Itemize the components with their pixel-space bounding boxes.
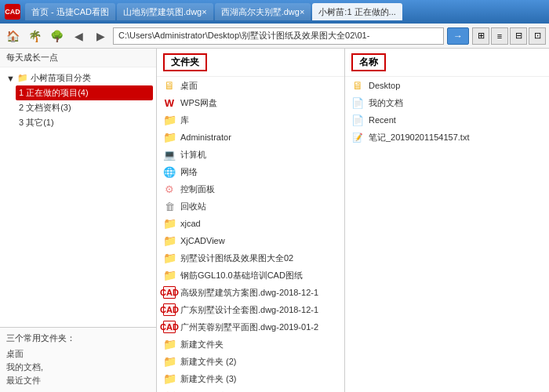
tab-dwg2-label: 西湖高尔夫别墅.dwg× bbox=[221, 6, 305, 18]
tree-item-0[interactable]: 1 正在做的项目(4) bbox=[16, 85, 153, 100]
view-btn-3[interactable]: ⊟ bbox=[510, 27, 527, 45]
tab-current[interactable]: 小树苗:1 正在做的... bbox=[312, 3, 402, 20]
name-panel: 名称 🖥 Desktop 📄 我的文档 📄 Recent 📝 笔记_201902… bbox=[345, 49, 549, 392]
back-icon: ◀ bbox=[75, 30, 83, 42]
computer-icon: 💻 bbox=[163, 148, 176, 161]
folder-icon-16: 📁 bbox=[163, 355, 176, 368]
forward-btn[interactable]: ▶ bbox=[91, 27, 110, 45]
tree-root-text: 小树苗项目分类 bbox=[31, 72, 91, 84]
toolbar-icon-btn-2[interactable]: 🌴 bbox=[25, 27, 44, 45]
file-item-17-label: 新建文件夹 (3) bbox=[180, 373, 237, 385]
tree-item-1-label: 2 文档资料(3) bbox=[19, 103, 71, 112]
name-item-3-label: 笔记_20190201154157.txt bbox=[369, 132, 469, 143]
name-panel-header: 名称 bbox=[351, 53, 386, 71]
tree-root: ▼ 📁 小树苗项目分类 1 正在做的项目(4) 2 文档资料(3) 3 其它(1… bbox=[3, 71, 153, 130]
file-item-8-label: xjcad bbox=[180, 219, 201, 228]
tree-folder-icon: 📁 bbox=[17, 73, 28, 83]
file-item-1[interactable]: W WPS网盘 bbox=[157, 94, 344, 111]
file-item-15-label: 新建文件夹 bbox=[180, 339, 224, 350]
view-buttons: ⊞ ≡ ⊟ ⊡ bbox=[472, 27, 546, 45]
file-item-10-label: 别墅设计图纸及效果图大全02 bbox=[180, 252, 293, 264]
app-logo: CAD bbox=[5, 4, 20, 20]
tab-home-label: 首页 - 迅捷CAD看图 bbox=[31, 6, 109, 18]
tab-current-label: 小树苗:1 正在做的... bbox=[318, 6, 395, 18]
file-item-16-label: 新建文件夹 (2) bbox=[180, 356, 237, 368]
name-doc-icon-1: 📄 bbox=[351, 96, 364, 109]
tree-icon: 🌴 bbox=[28, 30, 42, 42]
address-bar[interactable]: C:\Users\Administrator\Desktop\别墅设计图纸及效果… bbox=[113, 27, 444, 45]
file-item-5[interactable]: 🌐 网络 bbox=[157, 163, 344, 180]
tree-children: 1 正在做的项目(4) 2 文档资料(3) 3 其它(1) bbox=[3, 85, 153, 130]
file-item-10[interactable]: 📁 别墅设计图纸及效果图大全02 bbox=[157, 249, 344, 267]
view-btn-2[interactable]: ≡ bbox=[491, 27, 508, 45]
tree-item-0-label: 1 正在做的项目(4) bbox=[19, 88, 89, 97]
tree-item-2[interactable]: 3 其它(1) bbox=[16, 115, 153, 130]
toolbar-icon-btn-3[interactable]: 🌳 bbox=[47, 27, 66, 45]
sidebar-header-text: 每天成长一点 bbox=[6, 53, 58, 62]
file-item-2[interactable]: 📁 库 bbox=[157, 111, 344, 129]
name-item-1-label: 我的文档 bbox=[369, 97, 403, 109]
forward-icon: ▶ bbox=[96, 30, 105, 42]
cad-icon-13: CAD bbox=[163, 303, 176, 316]
wps-icon: W bbox=[163, 96, 176, 109]
view-btn-4[interactable]: ⊡ bbox=[529, 27, 546, 45]
tab-list: 首页 - 迅捷CAD看图 山地别墅建筑图.dwg× 西湖高尔夫别墅.dwg× 小… bbox=[25, 3, 544, 20]
file-item-17[interactable]: 📁 新建文件夹 (3) bbox=[157, 370, 344, 387]
file-item-16[interactable]: 📁 新建文件夹 (2) bbox=[157, 353, 344, 370]
toolbar: 🏠 🌴 🌳 ◀ ▶ C:\Users\Administrator\Desktop… bbox=[0, 24, 549, 49]
view-btn-1[interactable]: ⊞ bbox=[472, 27, 489, 45]
folder-icon-2: 📁 bbox=[163, 114, 176, 126]
cad-icon-14: CAD bbox=[163, 321, 176, 333]
name-item-2-label: Recent bbox=[369, 115, 396, 125]
tree-root-label[interactable]: ▼ 📁 小树苗项目分类 bbox=[3, 71, 153, 85]
file-item-15[interactable]: 📁 新建文件夹 bbox=[157, 336, 344, 353]
tree-expand-icon: ▼ bbox=[6, 74, 15, 83]
palm-icon: 🌳 bbox=[50, 30, 64, 42]
recycle-icon: 🗑 bbox=[163, 200, 176, 212]
name-item-3[interactable]: 📝 笔记_20190201154157.txt bbox=[345, 129, 549, 146]
main-layout: 每天成长一点 ▼ 📁 小树苗项目分类 1 正在做的项目(4) 2 文档资料(3) bbox=[0, 49, 549, 392]
name-folder-icon-0: 🖥 bbox=[351, 79, 364, 92]
tab-dwg2[interactable]: 西湖高尔夫别墅.dwg× bbox=[215, 3, 311, 20]
control-panel-icon: ⚙ bbox=[163, 183, 176, 195]
file-item-7-label: 回收站 bbox=[180, 201, 206, 212]
tree-area: ▼ 📁 小树苗项目分类 1 正在做的项目(4) 2 文档资料(3) 3 其它(1… bbox=[0, 67, 156, 327]
name-item-0[interactable]: 🖥 Desktop bbox=[345, 77, 549, 94]
file-item-6[interactable]: ⚙ 控制面板 bbox=[157, 180, 344, 198]
file-item-12[interactable]: CAD 高级别墅建筑方案图.dwg-2018-12-1 bbox=[157, 284, 344, 301]
toolbar-icon-btn-1[interactable]: 🏠 bbox=[3, 27, 22, 45]
tree-item-1[interactable]: 2 文档资料(3) bbox=[16, 100, 153, 115]
file-item-14[interactable]: CAD 广州芙蓉别墅平面图.dwg-2019-01-2 bbox=[157, 318, 344, 336]
address-text: C:\Users\Administrator\Desktop\别墅设计图纸及效果… bbox=[118, 30, 369, 42]
tree-item-2-label: 3 其它(1) bbox=[19, 118, 54, 127]
file-item-1-label: WPS网盘 bbox=[180, 97, 217, 109]
file-item-13-label: 广东别墅设计全套图.dwg-2018-12-1 bbox=[180, 304, 318, 316]
file-item-4[interactable]: 💻 计算机 bbox=[157, 146, 344, 163]
file-item-3[interactable]: 📁 Administrator bbox=[157, 129, 344, 146]
tab-dwg1[interactable]: 山地别墅建筑图.dwg× bbox=[117, 3, 213, 20]
sidebar-bottom-item-1[interactable]: 我的文档, bbox=[6, 361, 150, 374]
sidebar-bottom-item-0[interactable]: 桌面 bbox=[6, 347, 150, 361]
file-item-9-label: XjCADView bbox=[180, 236, 225, 245]
tab-home[interactable]: 首页 - 迅捷CAD看图 bbox=[25, 3, 115, 20]
file-item-5-label: 网络 bbox=[180, 166, 198, 178]
file-item-8[interactable]: 📁 xjcad bbox=[157, 215, 344, 232]
file-item-11[interactable]: 📁 钢筋GGL10.0基础培训CAD图纸 bbox=[157, 267, 344, 284]
folder-icon-15: 📁 bbox=[163, 338, 176, 350]
file-item-12-label: 高级别墅建筑方案图.dwg-2018-12-1 bbox=[180, 287, 318, 299]
file-panel-header-row: 文件夹 bbox=[157, 49, 344, 77]
name-item-1[interactable]: 📄 我的文档 bbox=[345, 94, 549, 111]
file-item-3-label: Administrator bbox=[180, 132, 231, 142]
file-item-7[interactable]: 🗑 回收站 bbox=[157, 198, 344, 215]
file-item-18[interactable]: 📁 迅捷CAD看图 bbox=[157, 387, 344, 392]
back-btn[interactable]: ◀ bbox=[69, 27, 88, 45]
file-item-2-label: 库 bbox=[180, 114, 189, 126]
file-item-11-label: 钢筋GGL10.0基础培训CAD图纸 bbox=[180, 270, 303, 281]
go-button[interactable]: → bbox=[447, 27, 469, 45]
folder-icon-11: 📁 bbox=[163, 269, 176, 281]
file-item-13[interactable]: CAD 广东别墅设计全套图.dwg-2018-12-1 bbox=[157, 301, 344, 318]
sidebar-bottom-item-2[interactable]: 最近文件 bbox=[6, 374, 150, 387]
file-item-9[interactable]: 📁 XjCADView bbox=[157, 232, 344, 249]
name-item-2[interactable]: 📄 Recent bbox=[345, 111, 549, 129]
file-item-0[interactable]: 🖥 桌面 bbox=[157, 77, 344, 94]
